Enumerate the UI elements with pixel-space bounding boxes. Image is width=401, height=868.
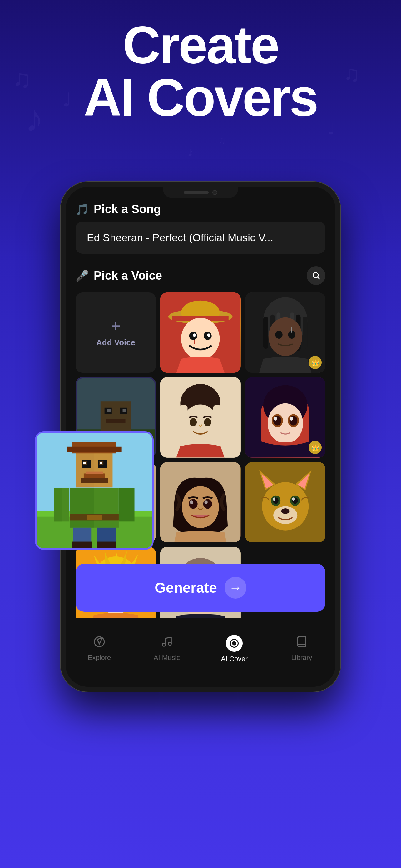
svg-rect-112 [83, 462, 86, 464]
ai-cover-label: AI Cover [221, 655, 248, 663]
nav-item-explore[interactable]: Explore [80, 636, 118, 662]
bottom-navigation: Explore AI Music [66, 618, 335, 687]
nav-item-ai-music[interactable]: AI Music [148, 636, 186, 662]
microphone-icon: 🎤 [75, 269, 89, 282]
voice-card-xxxtentacion[interactable]: 👑 [245, 292, 326, 373]
song-input-bar[interactable]: Ed Sheeran - Perfect (Official Music V..… [75, 221, 326, 254]
minecraft-enlarged-card[interactable] [35, 431, 154, 550]
voice-card-furry[interactable] [245, 462, 326, 542]
pick-song-header: 🎵 Pick a Song [75, 203, 326, 216]
svg-point-104 [234, 643, 235, 644]
voice-section-left: 🎤 Pick a Voice [75, 269, 162, 282]
svg-rect-34 [101, 402, 131, 432]
hero-line1: Create [0, 19, 401, 71]
voice-card-luffy[interactable] [160, 292, 240, 373]
music-note-icon: 🎵 [75, 203, 89, 216]
voice-card-camila[interactable] [160, 462, 240, 542]
phone-notch [163, 187, 238, 198]
svg-rect-117 [86, 472, 103, 474]
svg-rect-118 [80, 478, 108, 484]
notch-speaker [183, 191, 209, 194]
hero-title-container: Create AI Covers [0, 19, 401, 124]
ai-music-icon [161, 636, 173, 651]
svg-point-77 [273, 497, 275, 501]
generate-arrow-icon: → [225, 577, 246, 599]
add-icon: + [111, 318, 120, 334]
svg-rect-37 [107, 409, 110, 412]
generate-label: Generate [155, 579, 217, 596]
svg-point-78 [292, 497, 295, 501]
minecraft-enlarged-image [37, 433, 152, 548]
pick-voice-title: Pick a Voice [94, 269, 162, 282]
svg-line-9 [318, 277, 320, 279]
ai-cover-active-indicator [226, 635, 243, 652]
luffy-image [160, 292, 240, 373]
svg-rect-125 [54, 488, 62, 522]
svg-point-68 [205, 500, 208, 504]
pick-song-title: Pick a Song [94, 203, 161, 216]
voice-search-button[interactable] [307, 266, 326, 285]
nav-item-library[interactable]: Library [283, 636, 321, 662]
add-voice-label: Add Voice [96, 338, 135, 347]
svg-point-45 [190, 418, 197, 427]
camila-image [160, 462, 240, 542]
generate-section: Generate → [66, 564, 335, 612]
svg-point-14 [181, 318, 220, 360]
svg-rect-22 [263, 316, 268, 349]
library-label: Library [291, 654, 312, 662]
svg-point-18 [207, 333, 210, 337]
voice-card-anime-girl[interactable]: 👑 [245, 377, 326, 458]
svg-rect-128 [72, 542, 92, 548]
svg-point-67 [190, 500, 193, 504]
svg-point-46 [204, 418, 211, 427]
svg-point-29 [275, 331, 282, 339]
hero-line2: AI Covers [0, 71, 401, 124]
svg-point-65 [189, 499, 198, 509]
svg-point-100 [162, 643, 166, 647]
svg-rect-39 [106, 419, 126, 423]
svg-point-54 [274, 416, 277, 421]
svg-point-28 [268, 317, 302, 356]
notch-camera [212, 190, 218, 195]
svg-rect-115 [100, 462, 102, 464]
svg-point-64 [182, 486, 219, 528]
ronaldo-image [160, 377, 240, 458]
generate-button[interactable]: Generate → [75, 564, 326, 612]
svg-rect-131 [67, 447, 122, 453]
svg-rect-122 [87, 515, 102, 520]
explore-icon [93, 636, 105, 651]
svg-point-72 [281, 508, 289, 514]
phone-mockup: 🎵 Pick a Song Ed Sheeran - Perfect (Offi… [60, 181, 341, 692]
voice-card-ronaldo[interactable] [160, 377, 240, 458]
svg-text:♫: ♫ [219, 135, 226, 146]
nav-item-ai-cover[interactable]: AI Cover [215, 635, 253, 663]
svg-text:♪: ♪ [188, 145, 194, 159]
explore-label: Explore [88, 654, 111, 662]
svg-point-55 [290, 416, 293, 421]
add-voice-card[interactable]: + Add Voice [75, 292, 156, 373]
pick-voice-header: 🎤 Pick a Voice [75, 266, 326, 285]
svg-rect-129 [97, 542, 116, 548]
svg-rect-124 [119, 488, 135, 522]
svg-rect-38 [123, 409, 126, 412]
svg-rect-25 [303, 316, 307, 349]
svg-rect-116 [84, 473, 105, 478]
search-icon [312, 271, 321, 280]
svg-rect-120 [70, 488, 94, 528]
svg-point-44 [182, 405, 219, 446]
svg-point-17 [193, 333, 196, 337]
ai-music-label: AI Music [154, 654, 180, 662]
song-input-value: Ed Sheeran - Perfect (Official Music V..… [87, 231, 273, 243]
svg-point-66 [203, 499, 212, 509]
furry-image [245, 462, 326, 542]
svg-point-8 [313, 273, 318, 278]
crown-badge-anime-girl: 👑 [308, 441, 322, 454]
library-icon [296, 636, 308, 651]
svg-point-101 [168, 642, 171, 646]
